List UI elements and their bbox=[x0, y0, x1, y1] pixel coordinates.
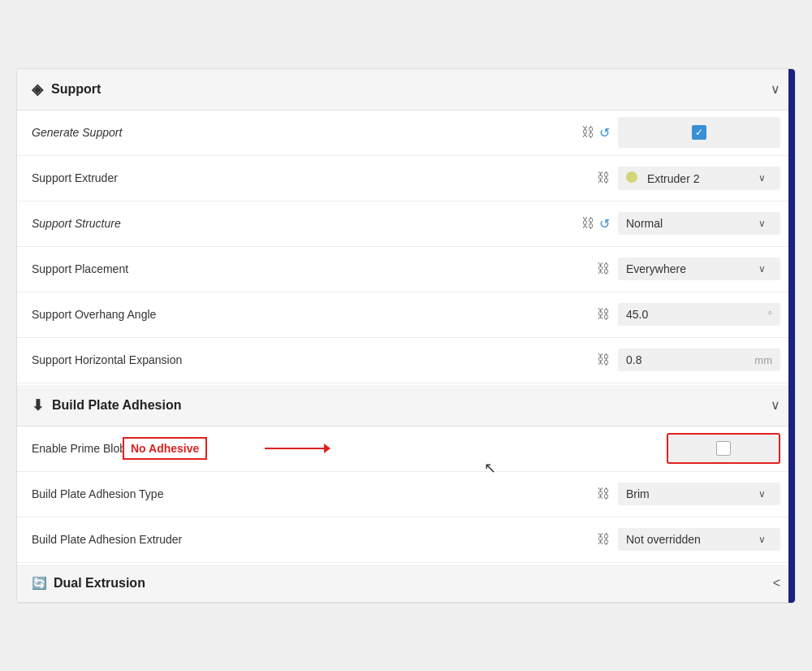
generate-support-label: Generate Support bbox=[32, 126, 581, 139]
build-plate-adhesion-extruder-row: Build Plate Adhesion Extruder ⛓ Not over… bbox=[17, 517, 795, 563]
generate-support-link-icon[interactable]: ⛓ bbox=[581, 125, 594, 140]
support-horizontal-label: Support Horizontal Expansion bbox=[32, 353, 597, 366]
support-horizontal-input[interactable]: 0.8 mm bbox=[618, 348, 780, 371]
enable-prime-blob-checkbox[interactable] bbox=[716, 441, 731, 456]
build-plate-section-header[interactable]: ⬇ Build Plate Adhesion ∨ bbox=[17, 385, 795, 426]
build-plate-adhesion-type-icons: ⛓ bbox=[597, 487, 610, 501]
support-extruder-label: Support Extruder bbox=[32, 171, 597, 184]
build-plate-adhesion-type-value: Brim bbox=[626, 487, 650, 500]
support-overhang-value: 45.0 bbox=[626, 308, 648, 321]
build-plate-icon: ⬇ bbox=[32, 396, 44, 414]
settings-panel: ◈ Support ∨ Generate Support ⛓ ↺ ✓ Suppo… bbox=[16, 68, 796, 604]
build-plate-adhesion-extruder-link-icon[interactable]: ⛓ bbox=[597, 532, 610, 547]
support-structure-select[interactable]: Normal ∨ bbox=[618, 212, 780, 235]
support-extruder-chevron: ∨ bbox=[758, 172, 766, 184]
annotation-arrow bbox=[265, 448, 330, 449]
build-plate-adhesion-type-link-icon[interactable]: ⛓ bbox=[597, 487, 610, 501]
generate-support-checkbox[interactable]: ✓ bbox=[692, 125, 706, 140]
support-overhang-link-icon[interactable]: ⛓ bbox=[597, 307, 610, 322]
generate-support-icons: ⛓ ↺ bbox=[581, 125, 610, 141]
support-section-header[interactable]: ◈ Support ∨ bbox=[17, 69, 795, 110]
support-overhang-label: Support Overhang Angle bbox=[32, 308, 597, 321]
support-icon: ◈ bbox=[32, 80, 43, 98]
support-placement-chevron: ∨ bbox=[758, 263, 766, 275]
support-placement-row: Support Placement ⛓ Everywhere ∨ bbox=[17, 247, 795, 292]
support-placement-icons: ⛓ bbox=[597, 262, 610, 276]
extruder-dot bbox=[626, 171, 637, 183]
support-structure-icons: ⛓ ↺ bbox=[581, 216, 610, 232]
support-section-title: Support bbox=[51, 82, 101, 97]
scrollbar[interactable] bbox=[788, 69, 795, 603]
support-placement-value: Everywhere bbox=[626, 262, 686, 275]
support-structure-reset-icon[interactable]: ↺ bbox=[599, 216, 610, 232]
enable-prime-blob-checkbox-wrapper bbox=[667, 433, 780, 464]
support-structure-chevron: ∨ bbox=[758, 218, 766, 229]
support-structure-row: Support Structure ⛓ ↺ Normal ∨ bbox=[17, 201, 795, 247]
build-plate-adhesion-extruder-value: Not overridden bbox=[626, 533, 701, 546]
generate-support-checkbox-wrapper: ✓ bbox=[618, 117, 780, 148]
support-horizontal-row: Support Horizontal Expansion ⛓ 0.8 mm bbox=[17, 338, 795, 383]
support-placement-label: Support Placement bbox=[32, 262, 597, 275]
dual-extrusion-icon: 🔄 bbox=[32, 576, 45, 591]
build-plate-adhesion-extruder-select[interactable]: Not overridden ∨ bbox=[618, 528, 780, 551]
build-plate-chevron-icon: ∨ bbox=[771, 397, 780, 413]
support-structure-value: Normal bbox=[626, 217, 663, 230]
support-extruder-link-icon[interactable]: ⛓ bbox=[597, 171, 610, 185]
support-horizontal-link-icon[interactable]: ⛓ bbox=[597, 353, 610, 367]
build-plate-adhesion-type-chevron: ∨ bbox=[758, 488, 766, 500]
build-plate-adhesion-type-select[interactable]: Brim ∨ bbox=[618, 483, 780, 505]
support-horizontal-icons: ⛓ bbox=[597, 353, 610, 367]
dual-extrusion-section-title-group: 🔄 Dual Extrusion bbox=[32, 576, 145, 591]
dual-extrusion-section-header[interactable]: 🔄 Dual Extrusion < bbox=[17, 565, 795, 603]
support-extruder-value: Extruder 2 bbox=[626, 171, 706, 185]
support-overhang-icons: ⛓ bbox=[597, 307, 610, 322]
support-placement-select[interactable]: Everywhere ∨ bbox=[618, 258, 780, 280]
build-plate-section-title: Build Plate Adhesion bbox=[52, 398, 181, 413]
support-placement-link-icon[interactable]: ⛓ bbox=[597, 262, 610, 276]
support-overhang-row: Support Overhang Angle ⛓ 45.0 ° bbox=[17, 292, 795, 338]
support-horizontal-value: 0.8 bbox=[626, 353, 641, 366]
build-plate-section-title-group: ⬇ Build Plate Adhesion bbox=[32, 396, 181, 414]
build-plate-adhesion-type-row: Build Plate Adhesion Type ⛓ Brim ∨ bbox=[17, 472, 795, 517]
support-structure-label: Support Structure bbox=[32, 217, 581, 230]
support-extruder-select[interactable]: Extruder 2 ∨ bbox=[618, 167, 780, 190]
support-section-title-group: ◈ Support bbox=[32, 80, 101, 98]
build-plate-adhesion-extruder-chevron: ∨ bbox=[758, 534, 766, 545]
support-overhang-input[interactable]: 45.0 ° bbox=[618, 303, 780, 326]
dual-extrusion-section-title: Dual Extrusion bbox=[54, 576, 145, 591]
support-overhang-unit: ° bbox=[768, 309, 772, 321]
support-extruder-icons: ⛓ bbox=[597, 171, 610, 185]
no-adhesive-annotation: No Adhesive bbox=[123, 437, 207, 460]
generate-support-row: Generate Support ⛓ ↺ ✓ bbox=[17, 110, 795, 156]
generate-support-reset-icon[interactable]: ↺ bbox=[599, 125, 610, 141]
support-structure-link-icon[interactable]: ⛓ bbox=[581, 216, 594, 231]
enable-prime-blob-row: Enable Prime Blob No Adhesive bbox=[17, 426, 795, 472]
support-extruder-row: Support Extruder ⛓ Extruder 2 ∨ bbox=[17, 156, 795, 201]
build-plate-adhesion-type-label: Build Plate Adhesion Type bbox=[32, 487, 597, 500]
dual-extrusion-chevron-icon: < bbox=[773, 576, 780, 591]
build-plate-adhesion-extruder-label: Build Plate Adhesion Extruder bbox=[32, 533, 597, 546]
support-horizontal-unit: mm bbox=[754, 354, 772, 366]
build-plate-adhesion-extruder-icons: ⛓ bbox=[597, 532, 610, 547]
support-chevron-icon: ∨ bbox=[771, 81, 780, 97]
